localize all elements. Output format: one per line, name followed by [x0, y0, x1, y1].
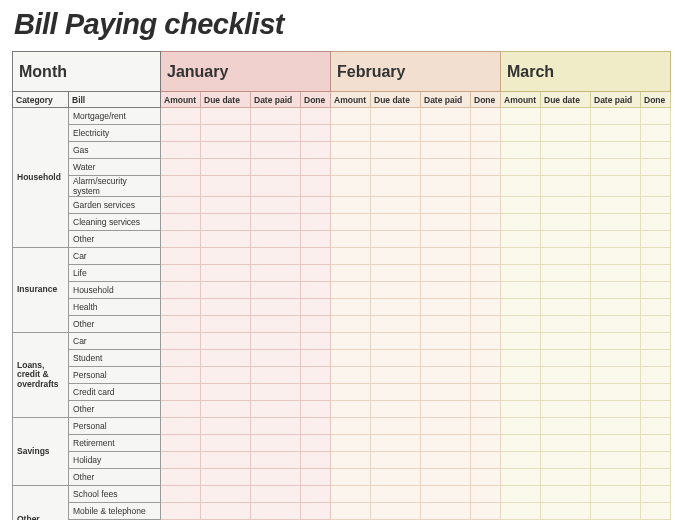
data-cell[interactable] [471, 401, 501, 418]
data-cell[interactable] [501, 401, 541, 418]
data-cell[interactable] [541, 299, 591, 316]
data-cell[interactable] [541, 214, 591, 231]
data-cell[interactable] [251, 108, 301, 125]
data-cell[interactable] [421, 197, 471, 214]
data-cell[interactable] [541, 469, 591, 486]
data-cell[interactable] [201, 401, 251, 418]
data-cell[interactable] [501, 214, 541, 231]
data-cell[interactable] [541, 452, 591, 469]
data-cell[interactable] [421, 214, 471, 231]
data-cell[interactable] [331, 265, 371, 282]
data-cell[interactable] [201, 333, 251, 350]
data-cell[interactable] [371, 367, 421, 384]
data-cell[interactable] [501, 367, 541, 384]
data-cell[interactable] [501, 265, 541, 282]
data-cell[interactable] [251, 214, 301, 231]
data-cell[interactable] [301, 316, 331, 333]
data-cell[interactable] [591, 214, 641, 231]
data-cell[interactable] [201, 159, 251, 176]
data-cell[interactable] [251, 248, 301, 265]
data-cell[interactable] [421, 367, 471, 384]
data-cell[interactable] [201, 384, 251, 401]
data-cell[interactable] [591, 108, 641, 125]
data-cell[interactable] [301, 401, 331, 418]
data-cell[interactable] [371, 452, 421, 469]
data-cell[interactable] [251, 176, 301, 197]
data-cell[interactable] [471, 469, 501, 486]
data-cell[interactable] [301, 350, 331, 367]
data-cell[interactable] [541, 350, 591, 367]
data-cell[interactable] [301, 214, 331, 231]
data-cell[interactable] [301, 197, 331, 214]
data-cell[interactable] [471, 282, 501, 299]
data-cell[interactable] [591, 401, 641, 418]
data-cell[interactable] [501, 333, 541, 350]
data-cell[interactable] [301, 367, 331, 384]
data-cell[interactable] [201, 214, 251, 231]
data-cell[interactable] [591, 159, 641, 176]
data-cell[interactable] [331, 125, 371, 142]
data-cell[interactable] [641, 367, 671, 384]
data-cell[interactable] [301, 333, 331, 350]
data-cell[interactable] [371, 384, 421, 401]
data-cell[interactable] [161, 367, 201, 384]
data-cell[interactable] [201, 486, 251, 503]
data-cell[interactable] [251, 401, 301, 418]
data-cell[interactable] [591, 176, 641, 197]
data-cell[interactable] [301, 503, 331, 520]
data-cell[interactable] [501, 197, 541, 214]
data-cell[interactable] [251, 159, 301, 176]
data-cell[interactable] [201, 299, 251, 316]
data-cell[interactable] [541, 159, 591, 176]
data-cell[interactable] [641, 350, 671, 367]
data-cell[interactable] [201, 452, 251, 469]
data-cell[interactable] [331, 350, 371, 367]
data-cell[interactable] [161, 108, 201, 125]
data-cell[interactable] [161, 159, 201, 176]
data-cell[interactable] [471, 435, 501, 452]
data-cell[interactable] [161, 197, 201, 214]
data-cell[interactable] [251, 333, 301, 350]
data-cell[interactable] [501, 316, 541, 333]
data-cell[interactable] [301, 486, 331, 503]
data-cell[interactable] [641, 333, 671, 350]
data-cell[interactable] [421, 231, 471, 248]
data-cell[interactable] [331, 486, 371, 503]
data-cell[interactable] [251, 350, 301, 367]
data-cell[interactable] [421, 452, 471, 469]
data-cell[interactable] [591, 435, 641, 452]
data-cell[interactable] [541, 282, 591, 299]
data-cell[interactable] [641, 486, 671, 503]
data-cell[interactable] [471, 503, 501, 520]
data-cell[interactable] [371, 176, 421, 197]
data-cell[interactable] [371, 435, 421, 452]
data-cell[interactable] [371, 316, 421, 333]
data-cell[interactable] [641, 503, 671, 520]
data-cell[interactable] [541, 435, 591, 452]
data-cell[interactable] [541, 503, 591, 520]
data-cell[interactable] [641, 401, 671, 418]
data-cell[interactable] [501, 176, 541, 197]
data-cell[interactable] [371, 401, 421, 418]
data-cell[interactable] [331, 316, 371, 333]
data-cell[interactable] [421, 384, 471, 401]
data-cell[interactable] [301, 452, 331, 469]
data-cell[interactable] [301, 299, 331, 316]
data-cell[interactable] [641, 452, 671, 469]
data-cell[interactable] [471, 333, 501, 350]
data-cell[interactable] [501, 231, 541, 248]
data-cell[interactable] [301, 125, 331, 142]
data-cell[interactable] [541, 108, 591, 125]
data-cell[interactable] [301, 176, 331, 197]
data-cell[interactable] [421, 282, 471, 299]
data-cell[interactable] [371, 486, 421, 503]
data-cell[interactable] [591, 197, 641, 214]
data-cell[interactable] [421, 418, 471, 435]
data-cell[interactable] [301, 282, 331, 299]
data-cell[interactable] [501, 125, 541, 142]
data-cell[interactable] [161, 125, 201, 142]
data-cell[interactable] [421, 108, 471, 125]
data-cell[interactable] [641, 231, 671, 248]
data-cell[interactable] [201, 418, 251, 435]
data-cell[interactable] [641, 159, 671, 176]
